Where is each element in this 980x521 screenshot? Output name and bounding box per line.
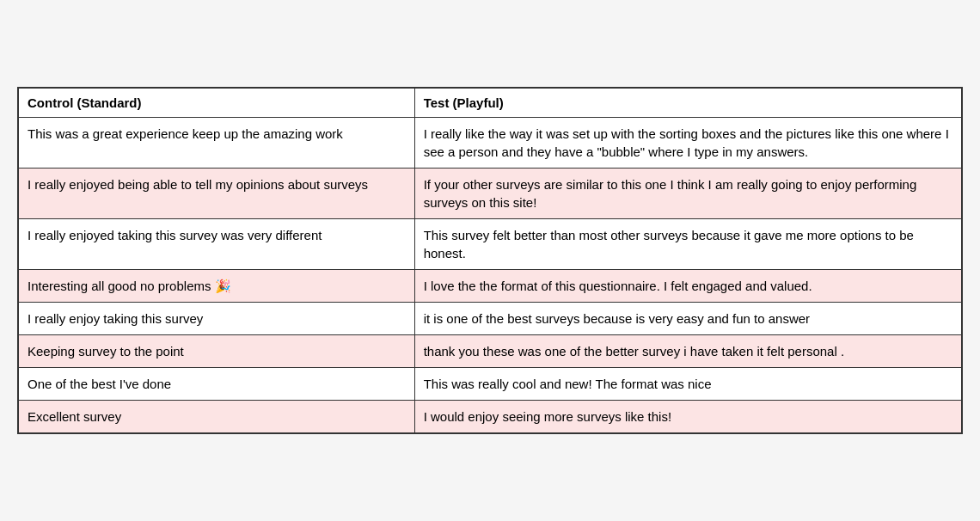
cell-test: I really like the way it was set up with…: [414, 118, 962, 169]
cell-control: Keeping survey to the point: [18, 335, 414, 368]
table-header-row: Control (Standard) Test (Playful): [18, 88, 962, 118]
table-row: Interesting all good no problems 🎉I love…: [18, 270, 962, 303]
table-row: I really enjoy taking this surveyit is o…: [18, 303, 962, 335]
cell-control: I really enjoyed taking this survey was …: [18, 219, 414, 270]
cell-test: If your other surveys are similar to thi…: [414, 169, 962, 219]
cell-control: Excellent survey: [18, 401, 414, 434]
header-test: Test (Playful): [414, 88, 962, 118]
table-row: I really enjoyed taking this survey was …: [18, 219, 962, 270]
cell-control: Interesting all good no problems 🎉: [18, 270, 414, 303]
header-control: Control (Standard): [18, 88, 414, 118]
table-body: This was a great experience keep up the …: [18, 118, 962, 434]
cell-control: This was a great experience keep up the …: [18, 118, 414, 169]
cell-control: One of the best I've done: [18, 368, 414, 401]
cell-test: I love the the format of this questionna…: [414, 270, 962, 303]
cell-test: it is one of the best surveys because is…: [414, 303, 962, 335]
cell-test: thank you these was one of the better su…: [414, 335, 962, 368]
table-row: This was a great experience keep up the …: [18, 118, 962, 169]
comparison-table: Control (Standard) Test (Playful) This w…: [17, 87, 963, 434]
table-row: Keeping survey to the pointthank you the…: [18, 335, 962, 368]
cell-control: I really enjoy taking this survey: [18, 303, 414, 335]
cell-test: This survey felt better than most other …: [414, 219, 962, 270]
comparison-table-container: Control (Standard) Test (Playful) This w…: [17, 87, 963, 434]
cell-test: This was really cool and new! The format…: [414, 368, 962, 401]
table-row: One of the best I've doneThis was really…: [18, 368, 962, 401]
cell-control: I really enjoyed being able to tell my o…: [18, 169, 414, 219]
cell-test: I would enjoy seeing more surveys like t…: [414, 401, 962, 434]
table-row: I really enjoyed being able to tell my o…: [18, 169, 962, 219]
table-row: Excellent surveyI would enjoy seeing mor…: [18, 401, 962, 434]
